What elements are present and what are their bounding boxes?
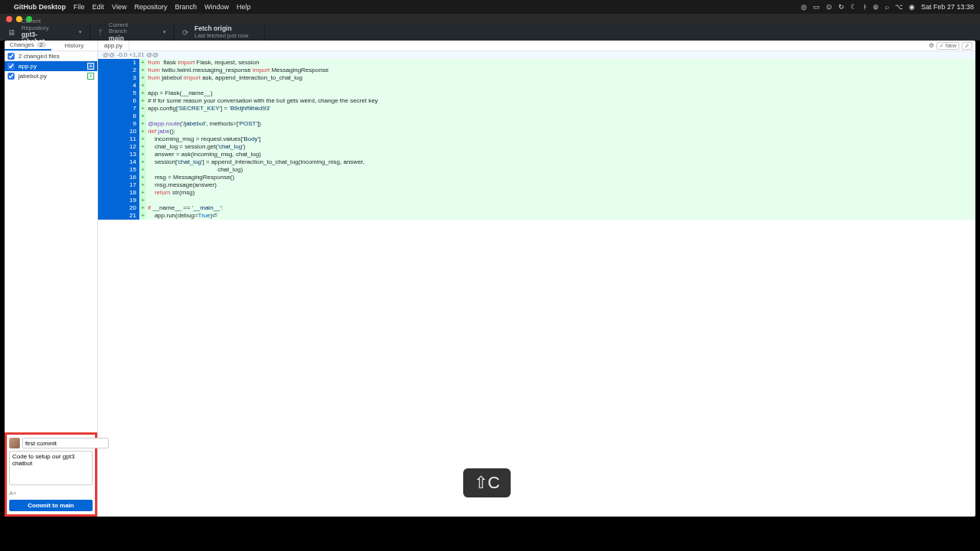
commit-button[interactable]: Commit to main bbox=[9, 500, 93, 511]
diff-line[interactable]: 18+ return str(msg) bbox=[98, 189, 975, 197]
file-row[interactable]: app.py+ bbox=[5, 61, 97, 71]
macos-menubar: GitHub Desktop File Edit View Repository… bbox=[0, 0, 980, 14]
status-icon[interactable]: ◎ bbox=[801, 3, 807, 11]
commit-summary-input[interactable] bbox=[22, 438, 109, 448]
diff-line[interactable]: 10+def jabe(): bbox=[98, 128, 975, 135]
chevron-down-icon: ▾ bbox=[79, 29, 82, 35]
desktop-icon: 🖥 bbox=[8, 28, 15, 37]
current-repository-dropdown[interactable]: 🖥 Current Repository gpt3-jabebot ▾ bbox=[0, 24, 90, 41]
menu-branch[interactable]: Branch bbox=[175, 3, 197, 11]
select-all-checkbox[interactable] bbox=[8, 53, 15, 60]
app-toolbar: 🖥 Current Repository gpt3-jabebot ▾ ᛘ Cu… bbox=[0, 24, 980, 41]
sidebar: Changes 2 History 2 changed files app.py… bbox=[5, 41, 98, 517]
diff-line[interactable]: 15+ chat_log) bbox=[98, 166, 975, 174]
current-branch-dropdown[interactable]: ᛘ Current Branch main ▾ bbox=[90, 24, 175, 41]
diff-line[interactable]: 7+app.config['SECRET_KEY'] = 'B9djhf9lhk… bbox=[98, 105, 975, 112]
diff-line[interactable]: 2+from twilio.twiml.messaging_response i… bbox=[98, 67, 975, 74]
diff-pane: app.py ⚙ ✓ New ⤢ @@ -0,0 +1,21 @@ 1+from… bbox=[98, 41, 975, 517]
menu-help[interactable]: Help bbox=[237, 3, 251, 11]
file-name: jabebot.py bbox=[18, 73, 47, 80]
menu-edit[interactable]: Edit bbox=[93, 3, 105, 11]
commit-description-input[interactable]: Code to setup our gpt3 chatbot bbox=[9, 451, 93, 485]
chevron-down-icon: ▾ bbox=[163, 29, 166, 35]
tab-changes[interactable]: Changes 2 bbox=[5, 41, 51, 51]
diff-line[interactable]: 6+# if for some reason your conversation… bbox=[98, 97, 975, 105]
git-branch-icon: ᛘ bbox=[98, 28, 103, 37]
file-tab[interactable]: app.py bbox=[98, 41, 129, 51]
control-center-icon[interactable]: ⌥ bbox=[895, 3, 903, 11]
diff-line[interactable]: 20+if __name__ == '__main__': bbox=[98, 204, 975, 212]
diff-line[interactable]: 5+app = Flask(__name__) bbox=[98, 90, 975, 97]
diff-line[interactable]: 14+ session['chat_log'] = append_interac… bbox=[98, 158, 975, 166]
diff-line[interactable]: 3+from jabebot import ask, append_intera… bbox=[98, 74, 975, 82]
status-icon[interactable]: ↻ bbox=[838, 3, 844, 11]
diff-line[interactable]: 11+ incoming_msg = request.values['Body'… bbox=[98, 135, 975, 143]
file-checkbox[interactable] bbox=[8, 63, 15, 70]
close-window-icon[interactable] bbox=[6, 16, 12, 22]
file-tab-bar: app.py ⚙ ✓ New ⤢ bbox=[98, 41, 975, 51]
wifi-icon[interactable]: ⊜ bbox=[873, 3, 879, 11]
diff-hunk-header: @@ -0,0 +1,21 @@ bbox=[98, 51, 975, 59]
content-area: Changes 2 History 2 changed files app.py… bbox=[5, 41, 975, 517]
file-name: app.py bbox=[18, 63, 37, 70]
sync-icon: ⟳ bbox=[182, 28, 188, 37]
menu-file[interactable]: File bbox=[74, 3, 85, 11]
diff-line[interactable]: 4+ bbox=[98, 82, 975, 90]
diff-line[interactable]: 1+from flask import Flask, request, sess… bbox=[98, 59, 975, 67]
moon-icon[interactable]: ☾ bbox=[851, 3, 857, 11]
diff-view[interactable]: @@ -0,0 +1,21 @@ 1+from flask import Fla… bbox=[98, 51, 975, 517]
new-badge[interactable]: ✓ New bbox=[936, 42, 959, 50]
siri-icon[interactable]: ◉ bbox=[909, 3, 915, 11]
added-icon: + bbox=[87, 73, 94, 80]
app-name[interactable]: GitHub Desktop bbox=[14, 3, 66, 11]
dock-area bbox=[0, 517, 980, 551]
commit-form: Code to setup our gpt3 chatbot A+ Commit… bbox=[5, 432, 97, 517]
keystroke-overlay: ⇧C bbox=[463, 468, 511, 497]
status-icon[interactable]: ▭ bbox=[813, 3, 820, 11]
fetch-origin-button[interactable]: ⟳ Fetch origin Last fetched just now bbox=[175, 24, 265, 41]
diff-line[interactable]: 12+ chat_log = session.get('chat_log') bbox=[98, 143, 975, 151]
menu-window[interactable]: Window bbox=[204, 3, 229, 11]
window-titlebar bbox=[0, 14, 980, 24]
status-icon[interactable]: ⊙ bbox=[826, 3, 832, 11]
diff-line[interactable]: 13+ answer = ask(incoming_msg, chat_log) bbox=[98, 151, 975, 158]
diff-line[interactable]: 19+ bbox=[98, 197, 975, 204]
bluetooth-icon[interactable]: ᚼ bbox=[863, 3, 867, 11]
diff-line[interactable]: 9+@app.route('/jabebot', methods=['POST'… bbox=[98, 120, 975, 128]
diff-line[interactable]: 8+ bbox=[98, 112, 975, 120]
changes-count-badge: 2 bbox=[37, 42, 46, 47]
file-row[interactable]: jabebot.py+ bbox=[5, 71, 97, 81]
menu-repository[interactable]: Repository bbox=[134, 3, 167, 11]
coauthor-button[interactable]: A+ bbox=[9, 490, 93, 497]
expand-icon[interactable]: ⤢ bbox=[962, 42, 972, 50]
diff-line[interactable]: 16+ msg = MessagingResponse() bbox=[98, 174, 975, 181]
diff-line[interactable]: 21+ app.run(debug=True)⏎ bbox=[98, 212, 975, 220]
added-icon: + bbox=[87, 63, 94, 70]
clock[interactable]: Sat Feb 27 13:38 bbox=[921, 3, 974, 11]
file-checkbox[interactable] bbox=[8, 73, 15, 80]
tab-history[interactable]: History bbox=[51, 41, 98, 51]
avatar bbox=[9, 438, 20, 448]
menu-view[interactable]: View bbox=[112, 3, 126, 11]
search-icon[interactable]: ⌕ bbox=[885, 3, 889, 11]
diff-line[interactable]: 17+ msg.message(answer) bbox=[98, 181, 975, 189]
gear-icon[interactable]: ⚙ bbox=[929, 42, 934, 49]
changes-header[interactable]: 2 changed files bbox=[5, 51, 97, 61]
